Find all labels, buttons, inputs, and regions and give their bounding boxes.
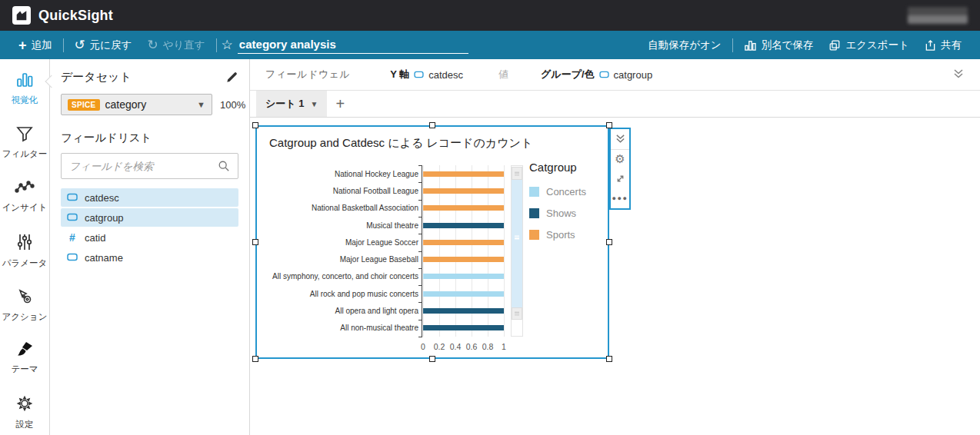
visual-settings-button[interactable]: ⚙ [611, 150, 629, 170]
y-axis-tick [418, 182, 422, 183]
resize-handle[interactable] [252, 239, 258, 245]
sheet-tab-bar: シート 1 ▼ + [250, 91, 980, 118]
resize-handle[interactable] [252, 356, 258, 362]
bar-sports[interactable] [423, 188, 504, 194]
x-axis-tick-label: 0.8 [482, 342, 494, 351]
collapse-field-wells-button[interactable] [952, 68, 965, 81]
group-color-label: グループ/色 [541, 68, 595, 81]
collapse-visual-button[interactable] [611, 129, 629, 150]
dataset-selector[interactable]: SPICE category ▼ [61, 94, 212, 115]
sheet-tab[interactable]: シート 1 ▼ [256, 91, 327, 117]
resize-handle[interactable] [606, 356, 612, 362]
resize-handle[interactable] [606, 122, 612, 128]
ellipsis-icon: ●●● [612, 194, 628, 202]
x-axis-tick-label: 0.2 [434, 342, 445, 351]
export-button[interactable]: エクスポート [821, 38, 917, 52]
legend-swatch [529, 187, 539, 197]
field-item-catgroup[interactable]: catgroup [61, 208, 238, 227]
sidebar-item-label: インサイト [2, 202, 48, 214]
resize-handle[interactable] [429, 122, 435, 128]
scrollbar-track-selected[interactable] [512, 167, 522, 307]
category-label: All rock and pop music concerts [262, 285, 418, 302]
insights-icon [15, 179, 35, 199]
sidebar-item-label: アクション [2, 311, 48, 323]
bar-sports[interactable] [423, 205, 504, 211]
share-button[interactable]: 共有 [917, 38, 969, 52]
y-axis-field: catdesc [428, 69, 463, 81]
double-chevron-down-icon [952, 68, 965, 79]
analysis-title-input[interactable]: category analysis [238, 36, 468, 54]
spice-badge: SPICE [68, 99, 100, 111]
sidebar-item-themes[interactable]: テーマ [0, 340, 49, 394]
undo-icon: ↺ [75, 38, 85, 51]
well-group-color[interactable]: グループ/色 catgroup [541, 68, 652, 81]
left-nav: 視覚化フィルターインサイトパラメータアクションテーマ設定 [0, 59, 50, 435]
bar-sports[interactable] [423, 257, 504, 262]
string-field-icon [67, 192, 78, 204]
spice-usage: 100% [220, 99, 245, 111]
scrollbar-grip [515, 171, 519, 175]
x-axis-tick-label: 0.6 [466, 342, 478, 351]
favorite-star-icon[interactable]: ☆ [222, 38, 233, 51]
sidebar-item-settings[interactable]: 設定 [0, 394, 49, 435]
bar-shows[interactable] [423, 223, 504, 228]
field-item-catid[interactable]: #catid [61, 228, 238, 247]
bar-concerts[interactable] [423, 274, 504, 279]
autosave-status[interactable]: 自動保存がオン [640, 38, 728, 52]
y-axis-label: Y 軸 [390, 68, 409, 81]
scrollbar-grip [515, 235, 519, 239]
y-axis-scrollbar[interactable] [511, 165, 523, 337]
visual-more-options-button[interactable]: ●●● [611, 189, 629, 209]
y-axis-tick [418, 200, 422, 201]
bar-concerts[interactable] [423, 291, 504, 297]
field-name: catname [85, 252, 123, 264]
add-sheet-button[interactable]: + [327, 91, 353, 117]
field-item-catdesc[interactable]: catdesc [61, 188, 238, 207]
sidebar-item-filter[interactable]: フィルター [0, 125, 49, 179]
analysis-toolbar: + 追加 ↺ 元に戻す ↻ やり直す ☆ category analysis 自… [0, 31, 980, 59]
sidebar-item-actions[interactable]: アクション [0, 287, 49, 340]
y-axis-tick [418, 268, 422, 269]
visual-card[interactable]: Catgroup and Catdesc による レコードのカウント Natio… [255, 125, 609, 359]
share-icon [925, 39, 936, 51]
resize-handle[interactable] [252, 122, 258, 128]
app-title: QuickSight [38, 8, 113, 24]
sidebar-item-insights[interactable]: インサイト [0, 179, 49, 233]
resize-handle[interactable] [429, 356, 435, 362]
export-icon [828, 39, 841, 51]
scrollbar-bottom-thumb[interactable] [512, 307, 522, 320]
category-label: Musical theatre [262, 217, 418, 234]
scrollbar-top-thumb[interactable] [512, 167, 522, 180]
resize-handle[interactable] [606, 239, 612, 245]
redo-button[interactable]: ↻ やり直す [139, 31, 212, 59]
bar-shows[interactable] [423, 325, 504, 330]
sidebar-item-parameters[interactable]: パラメータ [0, 233, 49, 287]
x-axis-tick-label: 0.4 [450, 342, 462, 351]
legend-entry-shows[interactable]: Shows [529, 208, 586, 219]
actions-icon [15, 287, 34, 308]
scrollbar-grip [515, 312, 519, 316]
legend-entry-concerts[interactable]: Concerts [529, 186, 586, 198]
chevron-down-icon: ▼ [197, 100, 205, 109]
expand-visual-button[interactable] [611, 169, 629, 189]
field-name: catgroup [85, 212, 124, 224]
user-account-redacted[interactable] [908, 7, 968, 24]
legend-entry-sports[interactable]: Sports [529, 229, 586, 241]
export-label: エクスポート [845, 38, 909, 52]
edit-pencil-icon[interactable] [225, 71, 238, 84]
well-y-axis[interactable]: Y 軸 catdesc [390, 68, 463, 81]
bar-shows[interactable] [423, 308, 504, 314]
well-value[interactable]: 値 [498, 68, 508, 81]
undo-button[interactable]: ↺ 元に戻す [67, 31, 140, 59]
quicksight-logo[interactable]: QuickSight [12, 6, 113, 25]
category-label: All opera and light opera [262, 302, 418, 319]
bar-sports[interactable] [423, 240, 504, 245]
search-icon[interactable] [218, 160, 230, 172]
field-search-input[interactable] [69, 161, 212, 172]
save-as-button[interactable]: 別名で保存 [736, 38, 822, 52]
dataset-name: category [105, 98, 192, 111]
add-button[interactable]: + 追加 [11, 31, 60, 59]
bar-sports[interactable] [423, 171, 504, 177]
field-item-catname[interactable]: catname [61, 248, 238, 267]
sidebar-item-visualize[interactable]: 視覚化 [0, 71, 49, 125]
